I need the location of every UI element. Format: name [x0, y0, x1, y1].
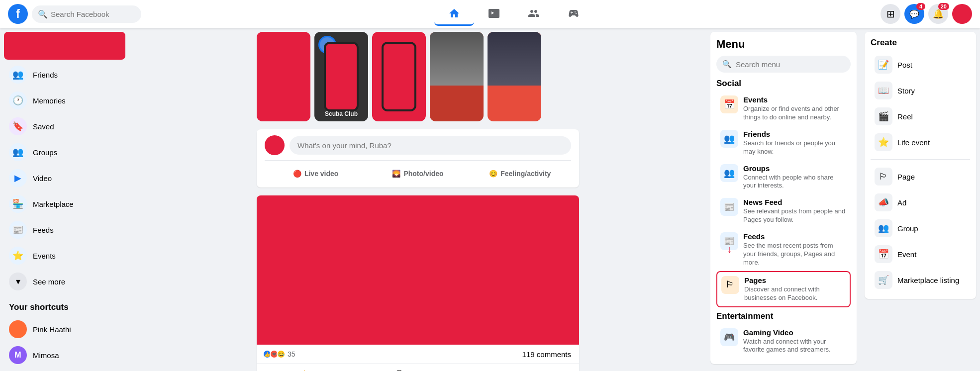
create-story-btn[interactable]: 📖 Story — [871, 78, 970, 103]
events-menu-icon: 📅 — [720, 95, 738, 113]
sidebar-item-video[interactable]: ▶ Video — [4, 165, 125, 191]
feeds-icon: 📰 — [9, 221, 27, 239]
create-reel-btn[interactable]: 🎬 Reel — [871, 103, 970, 129]
create-reel-icon: 🎬 — [875, 107, 892, 125]
story-card-1[interactable]: Scuba Club — [314, 32, 368, 121]
notifications-icon-btn[interactable]: 🔔 20 — [928, 4, 948, 24]
nav-friends[interactable] — [514, 2, 554, 26]
apps-icon-btn[interactable]: ⊞ — [881, 4, 900, 24]
menu-item-groups-text: Groups Connect with people who share you… — [743, 164, 847, 190]
topnav-right: ⊞ 💬 4 🔔 20 — [881, 4, 972, 24]
menu-item-pages[interactable]: 🏳 Pages Discover and connect with busine… — [716, 271, 851, 307]
create-life-event-btn[interactable]: ⭐ Life event — [871, 129, 970, 155]
shortcut-pink-haathi[interactable]: Pink Haathi — [4, 316, 125, 342]
menu-item-events[interactable]: 📅 Events Organize or find events and oth… — [716, 92, 851, 126]
photo-video-btn[interactable]: 🌄 Photo/video — [367, 166, 469, 182]
menu-item-events-text: Events Organize or find events and other… — [743, 95, 847, 122]
shortcut-label-2: Mimosa — [33, 351, 59, 360]
messenger-icon-btn[interactable]: 💬 4 — [904, 4, 924, 24]
sidebar-item-events[interactable]: ⭐ Events — [4, 243, 125, 269]
marketplace-icon: 🏪 — [9, 195, 27, 213]
create-life-event-icon: ⭐ — [875, 133, 892, 151]
create-story-label: Story — [897, 87, 915, 95]
create-ad-btn[interactable]: 📣 Ad — [871, 189, 970, 215]
sidebar-label-marketplace: Marketplace — [33, 200, 74, 208]
create-post-btn[interactable]: 📝 Post — [871, 52, 970, 78]
sidebar-item-memories[interactable]: 🕐 Memories — [4, 88, 125, 113]
menu-item-feeds[interactable]: 📰 ↓ Feeds See the most recent posts from… — [716, 228, 851, 271]
create-life-event-label: Life event — [897, 138, 930, 147]
nav-home[interactable] — [434, 2, 474, 26]
friends-menu-icon: 👥 — [720, 130, 738, 148]
sidebar-profile-block[interactable] — [4, 32, 125, 60]
shortcut-mimosa[interactable]: M Mimosa — [4, 342, 125, 368]
menu-item-friends[interactable]: 👥 Friends Search for friends or people y… — [716, 126, 851, 160]
menu-item-newsfeed-text: News Feed See relevant posts from people… — [743, 198, 847, 224]
create-post-label: Post — [897, 61, 912, 69]
reaction-haha: 😂 — [277, 350, 286, 359]
sidebar-item-saved[interactable]: 🔖 Saved — [4, 113, 125, 139]
menu-item-gaming[interactable]: 🎮 Gaming Video Watch and connect with yo… — [716, 324, 851, 359]
send-btn[interactable]: 📨 Send — [470, 366, 575, 371]
post-buttons: 👍 Like 💬 Comment 📨 Send — [257, 364, 579, 371]
create-group-btn[interactable]: 👥 Group — [871, 215, 970, 241]
facebook-logo[interactable]: f — [8, 4, 28, 24]
menu-item-gaming-text: Gaming Video Watch and connect with your… — [743, 328, 847, 355]
menu-item-feeds-text: Feeds See the most recent posts from you… — [743, 232, 847, 267]
menu-search-input[interactable] — [736, 60, 845, 69]
live-video-btn[interactable]: 🔴 Live video — [265, 166, 367, 182]
feeling-activity-btn[interactable]: 😊 Feeling/activity — [469, 166, 571, 182]
create-reel-label: Reel — [897, 112, 913, 121]
story-card-3[interactable] — [430, 32, 484, 121]
comment-btn[interactable]: 💬 Comment — [366, 366, 471, 371]
right-menu-panel: Menu 🔍 Social 📅 Events Organize or find … — [706, 28, 861, 371]
user-avatar[interactable] — [952, 4, 972, 24]
create-event-label: Event — [897, 250, 916, 259]
story-card-2[interactable] — [372, 32, 426, 121]
sidebar-item-friends[interactable]: 👥 Friends — [4, 62, 125, 88]
menu-search[interactable]: 🔍 — [716, 56, 851, 73]
menu-item-gaming-title: Gaming Video — [743, 328, 847, 337]
post-image — [257, 195, 579, 345]
create-event-btn[interactable]: 📅 Event — [871, 241, 970, 267]
search-bar[interactable]: 🔍 — [32, 5, 141, 23]
newsfeed-menu-icon: 📰 — [720, 198, 738, 216]
story-card-4[interactable] — [488, 32, 541, 121]
post-input[interactable] — [290, 136, 571, 155]
create-box: Create 📝 Post 📖 Story 🎬 Reel ⭐ Life even… — [865, 32, 976, 299]
page-layout: 👥 Friends 🕐 Memories 🔖 Saved 👥 Groups ▶ … — [0, 28, 980, 371]
entertainment-section-title: Entertainment — [716, 311, 851, 321]
video-icon: ▶ — [9, 169, 27, 187]
nav-watch[interactable] — [474, 2, 514, 26]
create-marketplace-btn[interactable]: 🛒 Marketplace listing — [871, 267, 970, 293]
menu-item-newsfeed[interactable]: 📰 News Feed See relevant posts from peop… — [716, 194, 851, 228]
sidebar-item-groups[interactable]: 👥 Groups — [4, 139, 125, 165]
photo-video-icon: 🌄 — [392, 170, 400, 178]
story-label-1: Scuba Club — [314, 110, 368, 117]
create-page-btn[interactable]: 🏳 Page — [871, 164, 970, 189]
sidebar-item-marketplace[interactable]: 🏪 Marketplace — [4, 191, 125, 217]
feeds-menu-icon: 📰 ↓ — [720, 232, 738, 250]
like-btn[interactable]: 👍 Like — [261, 366, 366, 371]
messenger-badge: 4 — [916, 3, 925, 10]
seemore-icon: ▾ — [9, 273, 27, 290]
menu-item-events-desc: Organize or find events and other things… — [743, 105, 847, 122]
story-card-0[interactable] — [257, 32, 310, 121]
shortcut-avatar-1 — [9, 320, 27, 338]
shortcuts-title: Your shortcuts — [4, 298, 125, 316]
shortcut-label-1: Pink Haathi — [33, 325, 71, 334]
create-marketplace-icon: 🛒 — [875, 271, 892, 289]
nav-gaming[interactable] — [554, 2, 593, 26]
reactions: 👍 ❤ 😂 35 — [265, 350, 295, 359]
stories-row: Scuba Club — [257, 32, 579, 121]
sidebar-item-feeds[interactable]: 📰 Feeds — [4, 217, 125, 243]
sidebar-label-events: Events — [33, 252, 56, 260]
sidebar-item-seemore[interactable]: ▾ See more — [4, 269, 125, 294]
create-divider — [871, 159, 970, 160]
friends-icon: 👥 — [9, 66, 27, 84]
sidebar-label-saved: Saved — [33, 122, 54, 131]
menu-item-pages-desc: Discover and connect with businesses on … — [744, 285, 846, 302]
menu-item-groups[interactable]: 👥 Groups Connect with people who share y… — [716, 160, 851, 194]
menu-item-feeds-title: Feeds — [743, 232, 847, 241]
search-input[interactable] — [51, 10, 135, 18]
